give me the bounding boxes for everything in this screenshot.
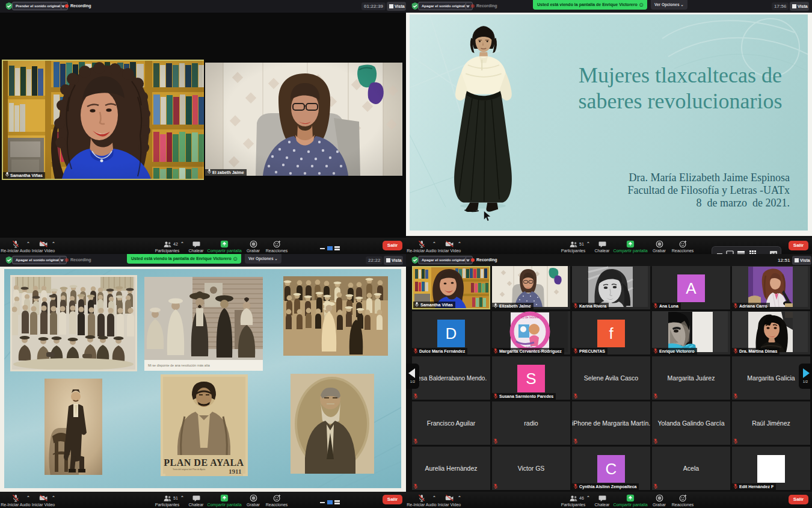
svg-text:PLAN DE AYALA: PLAN DE AYALA: [164, 457, 244, 468]
svg-text:Mi se disponte de ana revoluc: Mi se disponte de ana revolución más alt…: [148, 364, 211, 367]
svg-text:1911: 1911: [229, 468, 241, 475]
svg-text:Texto del original del Plan de: Texto del original del Plan de Ayala: [173, 468, 205, 471]
svg-text:25 de febrero: 25 de febrero: [521, 315, 539, 319]
